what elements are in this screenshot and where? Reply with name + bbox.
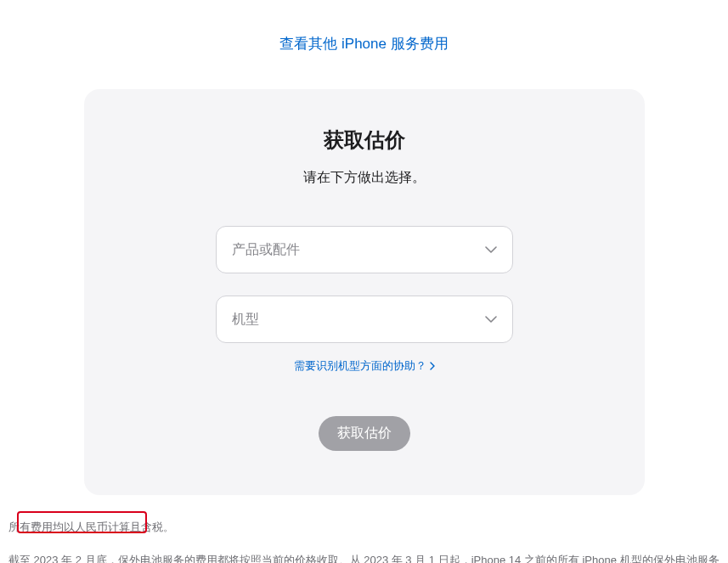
chevron-down-icon (485, 246, 497, 253)
help-identify-link[interactable]: 需要识别机型方面的协助？ (118, 358, 611, 374)
product-select-placeholder: 产品或配件 (232, 241, 300, 259)
chevron-down-icon (485, 316, 497, 323)
get-estimate-button[interactable]: 获取估价 (319, 416, 410, 451)
chevron-right-icon (430, 362, 435, 370)
help-link-text: 需要识别机型方面的协助？ (294, 358, 426, 374)
footnote-currency: 所有费用均以人民币计算且含税。 (8, 517, 728, 537)
card-subtitle: 请在下方做出选择。 (118, 169, 611, 187)
other-services-link[interactable]: 查看其他 iPhone 服务费用 (0, 34, 728, 53)
model-select-placeholder: 机型 (232, 311, 259, 329)
select-model-wrap: 机型 (216, 296, 513, 343)
model-select[interactable]: 机型 (216, 296, 513, 343)
estimate-card: 获取估价 请在下方做出选择。 产品或配件 机型 需要识别机型方面的协助？ (84, 89, 645, 495)
select-product-wrap: 产品或配件 (216, 226, 513, 273)
footnote-price-change: 截至 2023 年 2 月底，保外电池服务的费用都将按照当前的价格收取。从 20… (8, 550, 720, 563)
product-select[interactable]: 产品或配件 (216, 226, 513, 273)
page-container: 查看其他 iPhone 服务费用 获取估价 请在下方做出选择。 产品或配件 机型… (0, 0, 728, 563)
card-title: 获取估价 (118, 127, 611, 154)
